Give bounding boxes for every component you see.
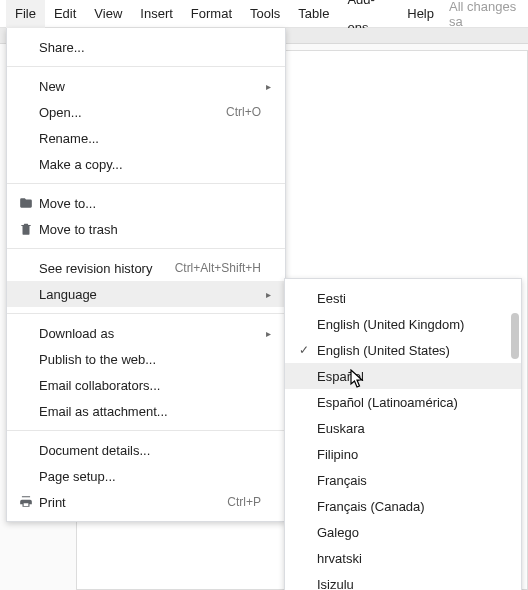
- language-option-isizulu[interactable]: Isizulu: [285, 571, 521, 590]
- menu-item-revision-history[interactable]: See revision history Ctrl+Alt+Shift+H: [7, 255, 285, 281]
- menu-item-label: Publish to the web...: [35, 352, 253, 367]
- menu-item-move-to-trash[interactable]: Move to trash: [7, 216, 285, 242]
- menu-item-publish-web[interactable]: Publish to the web...: [7, 346, 285, 372]
- menu-item-label: Rename...: [35, 131, 253, 146]
- language-option-euskara[interactable]: Euskara: [285, 415, 521, 441]
- menu-insert[interactable]: Insert: [131, 0, 182, 28]
- menu-item-rename[interactable]: Rename...: [7, 125, 285, 151]
- menu-item-new[interactable]: New ▸: [7, 73, 285, 99]
- language-option-hrvatski[interactable]: hrvatski: [285, 545, 521, 571]
- menu-item-print[interactable]: Print Ctrl+P: [7, 489, 285, 515]
- language-option-espanol[interactable]: Español: [285, 363, 521, 389]
- language-label: Euskara: [313, 421, 509, 436]
- language-label: Isizulu: [313, 577, 509, 591]
- menu-item-label: Language: [35, 287, 253, 302]
- menu-item-make-copy[interactable]: Make a copy...: [7, 151, 285, 177]
- menu-tools[interactable]: Tools: [241, 0, 289, 28]
- menu-item-open[interactable]: Open... Ctrl+O: [7, 99, 285, 125]
- language-option-francais-ca[interactable]: Français (Canada): [285, 493, 521, 519]
- menu-item-email-attachment[interactable]: Email as attachment...: [7, 398, 285, 424]
- file-dropdown: Share... New ▸ Open... Ctrl+O Rename... …: [6, 28, 286, 522]
- check-icon: ✓: [295, 343, 313, 357]
- submenu-arrow-icon: ▸: [261, 328, 271, 339]
- menu-help[interactable]: Help: [398, 0, 443, 28]
- menu-item-email-collaborators[interactable]: Email collaborators...: [7, 372, 285, 398]
- menu-item-label: Download as: [35, 326, 253, 341]
- menu-table[interactable]: Table: [289, 0, 338, 28]
- language-option-francais[interactable]: Français: [285, 467, 521, 493]
- submenu-arrow-icon: ▸: [261, 81, 271, 92]
- language-label: English (United Kingdom): [313, 317, 509, 332]
- save-status: All changes sa: [443, 0, 522, 29]
- menu-item-label: Move to trash: [35, 222, 253, 237]
- language-label: Filipino: [313, 447, 509, 462]
- menu-item-move-to[interactable]: Move to...: [7, 190, 285, 216]
- submenu-arrow-icon: ▸: [261, 289, 271, 300]
- menu-item-label: Print: [35, 495, 219, 510]
- language-label: Galego: [313, 525, 509, 540]
- menu-item-shortcut: Ctrl+O: [218, 105, 261, 119]
- language-option-english-uk[interactable]: English (United Kingdom): [285, 311, 521, 337]
- language-label: hrvatski: [313, 551, 509, 566]
- menubar: File Edit View Insert Format Tools Table…: [0, 0, 528, 28]
- menu-item-page-setup[interactable]: Page setup...: [7, 463, 285, 489]
- language-option-eesti[interactable]: Eesti: [285, 285, 521, 311]
- menu-item-download-as[interactable]: Download as ▸: [7, 320, 285, 346]
- separator: [7, 66, 285, 67]
- menu-file[interactable]: File: [6, 0, 45, 28]
- menu-item-label: Move to...: [35, 196, 253, 211]
- language-label: Français: [313, 473, 509, 488]
- separator: [7, 313, 285, 314]
- language-label: Eesti: [313, 291, 509, 306]
- language-label: Español: [313, 369, 509, 384]
- separator: [7, 430, 285, 431]
- language-label: Español (Latinoamérica): [313, 395, 509, 410]
- menu-item-label: Document details...: [35, 443, 253, 458]
- menu-format[interactable]: Format: [182, 0, 241, 28]
- language-label: Français (Canada): [313, 499, 509, 514]
- separator: [7, 183, 285, 184]
- language-option-espanol-la[interactable]: Español (Latinoamérica): [285, 389, 521, 415]
- menu-item-label: Email as attachment...: [35, 404, 253, 419]
- menu-item-share[interactable]: Share...: [7, 34, 285, 60]
- language-option-galego[interactable]: Galego: [285, 519, 521, 545]
- trash-icon: [17, 222, 35, 236]
- menu-item-shortcut: Ctrl+P: [219, 495, 261, 509]
- print-icon: [17, 495, 35, 509]
- menu-item-shortcut: Ctrl+Alt+Shift+H: [167, 261, 261, 275]
- menu-item-document-details[interactable]: Document details...: [7, 437, 285, 463]
- folder-icon: [17, 196, 35, 210]
- language-option-filipino[interactable]: Filipino: [285, 441, 521, 467]
- menu-item-label: See revision history: [35, 261, 167, 276]
- language-label: English (United States): [313, 343, 509, 358]
- menu-view[interactable]: View: [85, 0, 131, 28]
- menu-item-language[interactable]: Language ▸: [7, 281, 285, 307]
- language-option-english-us[interactable]: ✓ English (United States): [285, 337, 521, 363]
- menu-edit[interactable]: Edit: [45, 0, 85, 28]
- menu-item-label: Share...: [35, 40, 253, 55]
- menu-item-label: Email collaborators...: [35, 378, 253, 393]
- menu-item-label: Page setup...: [35, 469, 253, 484]
- menu-item-label: New: [35, 79, 253, 94]
- separator: [7, 248, 285, 249]
- language-submenu: Eesti English (United Kingdom) ✓ English…: [284, 278, 522, 590]
- menu-item-label: Open...: [35, 105, 218, 120]
- menu-item-label: Make a copy...: [35, 157, 253, 172]
- submenu-scrollbar[interactable]: [511, 313, 519, 359]
